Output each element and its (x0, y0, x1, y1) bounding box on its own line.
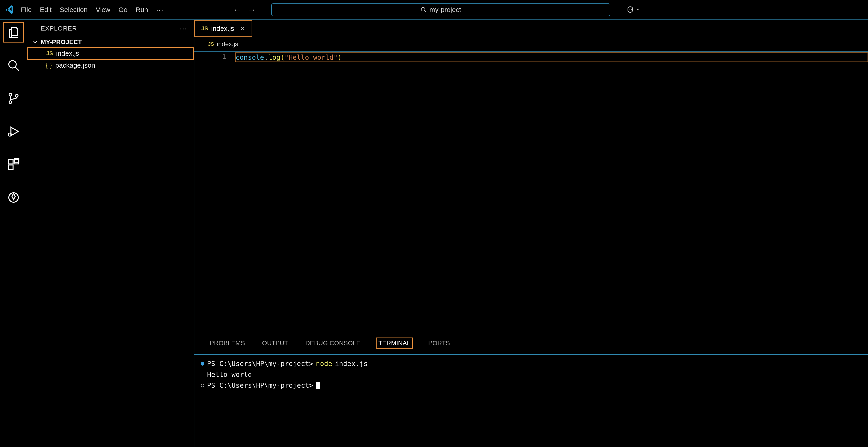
svg-point-6 (16, 94, 18, 97)
panel-tab-output[interactable]: OUTPUT (260, 338, 290, 348)
activity-run-debug[interactable] (3, 121, 24, 142)
menu-file[interactable]: File (21, 6, 32, 13)
svg-point-5 (9, 101, 12, 103)
activity-testing[interactable] (3, 187, 24, 208)
terminal-line: PS C:\Users\HP\my-project> (201, 380, 868, 391)
code-editor[interactable]: 1 console.log("Hello world") (194, 51, 868, 332)
terminal-cursor (316, 382, 320, 389)
editor-group: JS index.js ✕ JS index.js 1 console.log(… (194, 20, 868, 447)
terminal-status-dot-icon (201, 384, 204, 387)
menu-selection[interactable]: Selection (60, 6, 88, 13)
svg-rect-10 (9, 165, 13, 169)
svg-rect-8 (9, 160, 13, 164)
file-item-index-js[interactable]: JS index.js (27, 47, 194, 60)
tab-index-js[interactable]: JS index.js ✕ (194, 20, 252, 37)
folder-name: MY-PROJECT (41, 38, 82, 46)
terminal-prompt: PS C:\Users\HP\my-project> (207, 358, 313, 369)
json-file-icon: { } (46, 62, 52, 69)
terminal[interactable]: PS C:\Users\HP\my-project> node index.js… (194, 355, 868, 447)
file-name: index.js (56, 50, 79, 57)
chevron-down-icon (636, 8, 640, 12)
nav-back-icon[interactable]: ← (233, 5, 241, 14)
js-file-icon: JS (202, 25, 208, 32)
token-dot: . (264, 53, 268, 61)
chevron-down-icon (32, 39, 38, 45)
terminal-status-dot-icon (201, 362, 204, 365)
nav-arrows: ← → (233, 5, 256, 14)
panel-tab-ports[interactable]: PORTS (427, 338, 452, 348)
search-icon (421, 6, 427, 13)
svg-point-4 (9, 93, 12, 96)
terminal-prompt: PS C:\Users\HP\my-project> (207, 380, 313, 391)
git-branch-icon (7, 92, 20, 105)
bottom-panel: PROBLEMS OUTPUT DEBUG CONSOLE TERMINAL P… (194, 332, 868, 447)
copilot-icon (626, 5, 635, 14)
command-center-text: my-project (430, 6, 461, 13)
activity-bar (0, 20, 27, 447)
close-icon[interactable]: ✕ (240, 25, 245, 32)
js-file-icon: JS (208, 41, 214, 47)
title-bar: File Edit Selection View Go Run ··· ← → … (0, 0, 868, 20)
sidebar-explorer: EXPLORER ··· MY-PROJECT JS index.js { } … (27, 20, 194, 447)
code-line-1[interactable]: console.log("Hello world") (235, 53, 868, 62)
extensions-icon (7, 158, 20, 171)
token-identifier: console (236, 53, 264, 61)
breadcrumb[interactable]: JS index.js (194, 37, 868, 51)
token-function: log (268, 53, 281, 61)
copilot-button[interactable] (626, 5, 640, 14)
tab-label: index.js (211, 25, 234, 32)
sidebar-title: EXPLORER (41, 25, 77, 32)
code-content[interactable]: console.log("Hello world") (235, 52, 868, 332)
svg-line-3 (15, 67, 19, 70)
panel-tabs: PROBLEMS OUTPUT DEBUG CONSOLE TERMINAL P… (194, 332, 868, 355)
panel-tab-problems[interactable]: PROBLEMS (208, 338, 247, 348)
file-item-package-json[interactable]: { } package.json (27, 60, 194, 71)
menu-go[interactable]: Go (119, 6, 127, 13)
menu-edit[interactable]: Edit (40, 6, 52, 13)
nav-forward-icon[interactable]: → (248, 5, 256, 14)
folder-header[interactable]: MY-PROJECT (27, 37, 194, 47)
svg-line-1 (424, 11, 426, 12)
files-icon (7, 26, 20, 39)
panel-tab-debug-console[interactable]: DEBUG CONSOLE (304, 338, 362, 348)
breadcrumb-text: index.js (217, 40, 238, 48)
svg-point-2 (9, 61, 16, 68)
menu-bar: File Edit Selection View Go Run ··· (21, 6, 164, 14)
sidebar-more-icon[interactable]: ··· (180, 24, 187, 33)
vscode-logo-icon (4, 5, 14, 15)
terminal-command-arg: index.js (335, 358, 368, 369)
js-file-icon: JS (46, 50, 53, 57)
editor-gutter: 1 (194, 52, 235, 332)
terminal-line: Hello world (201, 369, 868, 380)
beaker-icon (7, 191, 20, 204)
terminal-line: PS C:\Users\HP\my-project> node index.js (201, 358, 868, 369)
svg-point-0 (421, 7, 425, 11)
activity-explorer[interactable] (3, 22, 24, 42)
token-paren: ) (338, 53, 342, 61)
token-paren: ( (281, 53, 285, 61)
sidebar-header: EXPLORER ··· (27, 20, 194, 37)
search-icon (7, 59, 20, 72)
activity-search[interactable] (3, 55, 24, 76)
line-number: 1 (194, 53, 226, 60)
editor-tabs: JS index.js ✕ (194, 20, 868, 37)
play-bug-icon (7, 125, 20, 138)
command-center[interactable]: my-project (271, 3, 610, 16)
activity-source-control[interactable] (3, 88, 24, 109)
menu-run[interactable]: Run (135, 6, 148, 13)
file-name: package.json (55, 62, 95, 69)
token-string: "Hello world" (285, 53, 338, 61)
panel-tab-terminal[interactable]: TERMINAL (376, 337, 413, 349)
menu-view[interactable]: View (96, 6, 110, 13)
menu-more-icon[interactable]: ··· (156, 6, 164, 14)
terminal-command: node (316, 358, 332, 369)
activity-extensions[interactable] (3, 154, 24, 175)
terminal-output: Hello world (201, 369, 252, 380)
